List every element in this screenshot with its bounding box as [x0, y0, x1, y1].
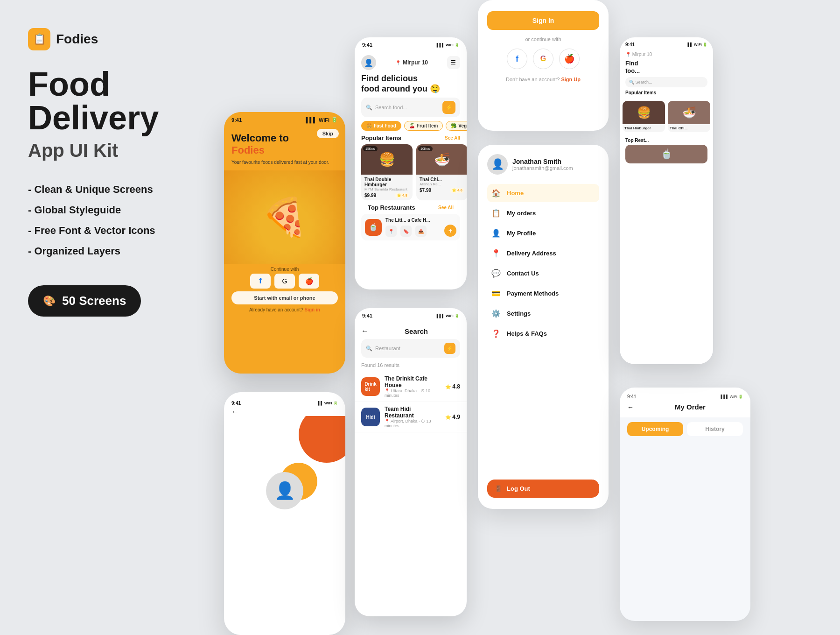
- food-image: 🍕: [224, 170, 345, 264]
- search-input-placeholder[interactable]: Search food...: [375, 105, 440, 110]
- brand-logo-icon: 📋: [33, 33, 46, 45]
- nav-item-delivery[interactable]: 📍 Delivery Address: [487, 244, 599, 262]
- search-filter-icon[interactable]: ⚡: [444, 343, 455, 354]
- category-vegetable[interactable]: 🥦Vegetable: [446, 121, 467, 131]
- peek-search[interactable]: 🔍 Search...: [625, 77, 707, 87]
- nav-items-list: 🏠 Home 📋 My orders 👤 My Profile 📍 Delive…: [487, 184, 599, 343]
- restaurant-card-1[interactable]: 🍵 The Litt... a Cafe H... 📍 🔖 📤 +: [361, 214, 460, 240]
- sidebar-username: Jonathan Smith: [512, 158, 573, 165]
- sidebar-user-info: 👤 Jonathan Smith jonathansmith@gmail.com: [487, 154, 599, 175]
- search-status-bar: 9:41 ▌▌▌ WiFi 🔋: [355, 308, 467, 320]
- apple-login-button[interactable]: 🍎: [559, 49, 580, 69]
- share-action-icon[interactable]: 📤: [415, 226, 427, 237]
- myorder-back-button[interactable]: ←: [627, 403, 634, 411]
- popular-title: Popular Items: [361, 134, 401, 141]
- add-to-cart-button[interactable]: +: [444, 225, 456, 237]
- nav-item-home[interactable]: 🏠 Home: [487, 184, 599, 202]
- nav-item-settings[interactable]: ⚙️ Settings: [487, 304, 599, 323]
- logout-label: Log Out: [507, 485, 530, 492]
- google-login-button[interactable]: G: [533, 49, 553, 69]
- popular-see-all[interactable]: See All: [445, 135, 460, 141]
- logout-button[interactable]: 🚪 Log Out: [487, 480, 599, 498]
- nav-label-profile: My Profile: [507, 230, 536, 237]
- already-account-text: Already have an account? Sign in: [224, 307, 345, 312]
- nav-item-contact[interactable]: 💬 Contact Us: [487, 264, 599, 282]
- find-food-heading: Find delicious food around you 🤤: [355, 74, 467, 94]
- location-row[interactable]: 📍 Mirpur 10: [395, 59, 428, 66]
- search-screen: 9:41 ▌▌▌ WiFi 🔋 ← Search 🔍 Restaurant ⚡ …: [355, 308, 467, 616]
- category-row: 🍔Fast Food 🍒Fruit Item 🥦Vegetable: [355, 121, 467, 134]
- nav-item-orders[interactable]: 📋 My orders: [487, 204, 599, 222]
- popular-section-header: Popular Items See All: [355, 134, 467, 144]
- nav-item-payment[interactable]: 💳 Payment Methods: [487, 284, 599, 303]
- phone-profile: 9:41 ▌▌ WiFi 🔋 ← 👤: [224, 392, 345, 635]
- peek-screen: 9:41 ▌▌ WiFi 🔋 📍 Mirpur 10 Findfoo... 🔍 …: [620, 37, 713, 364]
- google-button[interactable]: G: [274, 274, 295, 289]
- signin-button[interactable]: Sign In: [487, 11, 599, 30]
- features-list: - Clean & Unique Screens - Global Styleg…: [28, 183, 196, 257]
- continue-label: Continue with: [224, 267, 345, 272]
- phone-welcome: 9:41 ▌▌▌WiFi🔋 Skip Welcome to Fodies You…: [224, 112, 345, 374]
- right-area: 9:41 ▌▌▌ WiFi 🔋 👤 📍 Mirpur 10 ☰ Find del…: [355, 0, 840, 635]
- brand-name: Fodies: [56, 32, 98, 47]
- welcome-fodies: Fodies: [231, 144, 265, 156]
- payment-icon: 💳: [491, 289, 501, 298]
- order-tabs: Upcoming History: [620, 417, 750, 441]
- profile-avatar: 👤: [266, 472, 303, 509]
- category-fast-food[interactable]: 🍔Fast Food: [361, 121, 401, 131]
- search-input-row[interactable]: 🔍 Restaurant ⚡: [361, 339, 460, 358]
- top-rest-see-all[interactable]: See All: [438, 205, 454, 210]
- upcoming-tab[interactable]: Upcoming: [627, 422, 683, 436]
- home-icon: 🏠: [491, 189, 501, 198]
- top-rest-header: Top Restaurants See All: [361, 204, 460, 214]
- start-email-button[interactable]: Start with email or phone: [231, 291, 338, 304]
- food-name-1: Thai Double Hmburger: [364, 177, 409, 187]
- sidebar-user-avatar: 👤: [487, 154, 508, 175]
- search-bar[interactable]: 🔍 Search food... ⚡: [361, 98, 460, 117]
- restaurant-list-item-1[interactable]: Drinkkit The Drinkit Cafe House 📍 Uttara…: [355, 372, 467, 402]
- nav-item-faq[interactable]: ❓ Helps & FAQs: [487, 325, 599, 343]
- signin-link[interactable]: Sign in: [305, 307, 320, 312]
- category-fruit[interactable]: 🍒Fruit Item: [404, 121, 443, 131]
- facebook-button[interactable]: f: [250, 274, 271, 289]
- signin-panel: Sign In or continue with f G 🍎 Don't hav…: [478, 0, 609, 131]
- restaurant-list-item-2[interactable]: Hidi Team Hidi Restaurant 📍 Airport, Dha…: [355, 402, 467, 432]
- search-icon: 🔍: [366, 105, 372, 111]
- facebook-login-button[interactable]: f: [507, 49, 527, 69]
- signup-link[interactable]: Sign Up: [561, 77, 581, 82]
- peek-food-1[interactable]: 🍔 Thai Hmburger: [623, 101, 665, 132]
- peek-food-2[interactable]: 🍜 Thai Chi...: [668, 101, 710, 132]
- food-card-2[interactable]: 10Kcal 🍜 Thai Chi... Alishan Re... $7.99…: [416, 144, 467, 200]
- social-login-row: f G 🍎: [487, 49, 599, 69]
- menu-button[interactable]: ☰: [447, 56, 460, 69]
- food-price-1: $9.99: [364, 193, 376, 198]
- nav-label-home: Home: [507, 190, 524, 197]
- hidi-meta: 📍 Airport, Dhaka · ⏱ 13 minutes: [385, 419, 441, 428]
- drinkit-meta: 📍 Uttara, Dhaka · ⏱ 10 minutes: [385, 388, 441, 398]
- top-restaurants-section: Top Restaurants See All 🍵 The Litt... a …: [355, 204, 467, 240]
- back-button[interactable]: ←: [231, 408, 338, 416]
- history-tab[interactable]: History: [687, 422, 743, 436]
- faq-icon: ❓: [491, 329, 501, 338]
- shape-red: [299, 416, 345, 463]
- food-card-1[interactable]: 15Kcal 🍔 Thai Double Hmburger MYM Samrid…: [361, 144, 413, 200]
- search-placeholder[interactable]: Restaurant: [375, 346, 441, 351]
- status-bar-2: 9:41 ▌▌ WiFi 🔋: [231, 397, 338, 408]
- food-rating-2: ⭐4.6: [450, 188, 464, 193]
- nav-item-profile[interactable]: 👤 My Profile: [487, 224, 599, 242]
- peek-popular: Popular Items: [620, 90, 713, 95]
- search-filter-button[interactable]: ⚡: [442, 101, 455, 114]
- food-price-2: $7.99: [420, 188, 431, 193]
- bookmark-action-icon[interactable]: 🔖: [400, 226, 412, 237]
- sidebar-user-email: jonathansmith@gmail.com: [512, 165, 573, 171]
- social-buttons: f G 🍎: [224, 274, 345, 289]
- search-back-button[interactable]: ←: [361, 327, 369, 335]
- cal-badge-2: 10Kcal: [418, 146, 433, 151]
- settings-icon: ⚙️: [491, 309, 501, 318]
- skip-button[interactable]: Skip: [317, 129, 339, 138]
- nav-label-contact: Contact Us: [507, 270, 539, 277]
- apple-button[interactable]: 🍎: [299, 274, 319, 289]
- location-action-icon: 📍: [385, 226, 397, 237]
- app-header: 👤 📍 Mirpur 10 ☰: [355, 49, 467, 74]
- brand-icon: 📋: [28, 28, 50, 50]
